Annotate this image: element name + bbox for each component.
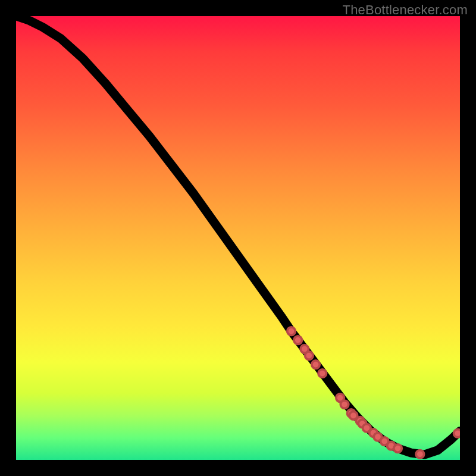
data-point: [454, 430, 460, 437]
chart-frame: TheBottlenecker.com: [0, 0, 476, 476]
data-point: [294, 336, 302, 344]
data-point: [340, 400, 348, 408]
data-point: [287, 327, 295, 335]
bottleneck-curve: [16, 16, 460, 455]
data-point: [416, 450, 424, 458]
data-point: [305, 352, 313, 359]
chart-svg: [16, 16, 460, 460]
plot-area: [16, 16, 460, 460]
scatter-points-group: [287, 327, 460, 458]
watermark-text: TheBottlenecker.com: [343, 2, 468, 18]
data-point: [318, 369, 326, 377]
data-point: [394, 444, 402, 452]
data-point: [312, 361, 320, 368]
